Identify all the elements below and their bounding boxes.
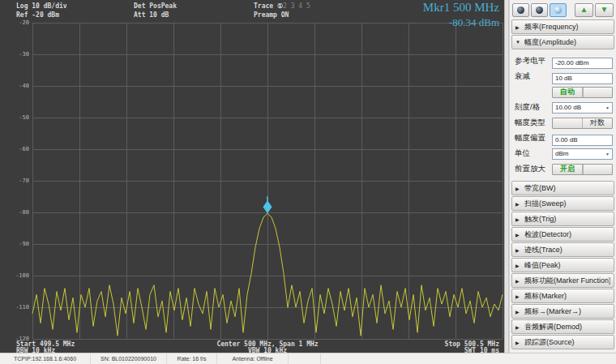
chevron-right-icon: ▶ [515,24,521,30]
status-bar: TCPIP:192.168.1.6:4060 SN: BL01022009001… [0,353,616,364]
y-axis-label: -110 [0,304,29,310]
preamp-readout: Preamp ON [254,11,289,19]
section-peak[interactable]: ▶ 峰值(Peak) [511,258,614,272]
chevron-right-icon: ▶ [515,309,521,315]
marker-readout: Mkr1 500 MHz -80.34 dBm [423,1,499,29]
amplitude-type-label: 幅度类型 [515,118,552,128]
detector-readout: Det PosPeak [134,2,177,10]
sphere-icon [554,6,562,14]
status-tcpip: TCPIP:192.168.1.6:4060 [0,353,91,364]
section-marker[interactable]: ▶ 频标(Marker) [511,289,614,303]
control-panel: ▲ ▼ ▶ 频率(Frequency) ▼ 幅度(Amplitude) 参考电平… [509,0,616,353]
panel-down-button[interactable]: ▼ [595,3,614,17]
y-axis-label: -40 [0,83,29,89]
chevron-right-icon: ▶ [515,263,521,268]
status-serial-number: SN: BL010220090010 [91,353,167,364]
y-axis-label: -80 [0,209,29,216]
amplitude-type-toggle[interactable]: 对数 [552,118,613,129]
chevron-right-icon: ▶ [515,232,521,238]
spectrum-display: Log 10 dB/div Ref -20 dBm Det PosPeak At… [0,0,504,353]
sphere-icon [517,6,524,14]
chevron-right-icon: ▶ [515,247,521,253]
status-empty-cell [321,353,616,364]
section-marker-to[interactable]: ▶ 频标→(Marker→) [511,304,614,319]
down-triangle-icon: ▼ [601,6,609,14]
section-trace[interactable]: ▶ 迹线(Trace) [511,242,614,257]
section-marker-function[interactable]: ▶ 频标功能(Marker Function) [511,273,614,288]
chevron-right-icon: ▶ [515,293,521,299]
chevron-right-icon: ▶ [515,324,521,330]
y-axis-label: -30 [0,51,29,58]
marker-amplitude: -80.34 dBm [423,16,499,29]
y-axis-label: -100 [0,272,29,279]
section-frequency[interactable]: ▶ 频率(Frequency) [511,19,614,34]
section-bandwidth[interactable]: ▶ 带宽(BW) [511,181,614,195]
attenuation-readout: Att 10 dB [134,11,169,19]
trace-inactive-numbers[interactable]: 2 3 4 5 [283,2,310,10]
status-empty-cell [289,353,321,364]
amplitude-section-body: 参考电平 衰减 自动 刻度/格 10.00 dB▼ 幅度类型 对数 幅度偏置 [510,50,616,180]
chevron-right-icon: ▶ [515,278,521,284]
chevron-right-icon: ▶ [515,340,521,345]
chevron-right-icon: ▶ [515,201,521,207]
section-demod[interactable]: ▶ 音频解调(Demod) [511,319,614,334]
log-scale-readout: Log 10 dB/div [16,2,67,10]
ref-level-label: 参考电平 [515,56,552,66]
chevron-right-icon: ▶ [515,216,521,222]
ref-level-readout: Ref -20 dBm [16,11,59,19]
spectrum-analyzer-app: Log 10 dB/div Ref -20 dBm Det PosPeak At… [0,0,616,364]
unit-label: 单位 [515,148,552,159]
unit-select[interactable]: dBm▼ [552,148,613,160]
up-triangle-icon: ▲ [580,6,588,14]
trace-selector-label: Trace [254,2,273,10]
amplitude-offset-input[interactable] [552,135,613,146]
attenuation-auto-toggle[interactable]: 自动 [552,87,613,98]
tool-button-1[interactable] [512,3,529,17]
panel-up-button[interactable]: ▲ [575,3,593,17]
y-axis-label: -120 [0,336,29,342]
y-axis-label: -60 [0,146,29,152]
section-trigger[interactable]: ▶ 触发(Trig) [511,212,614,226]
chevron-down-icon: ▼ [603,105,612,110]
y-axis-label: -20 [0,19,29,26]
y-axis-label: -70 [0,178,29,184]
tool-button-2[interactable] [531,3,548,17]
section-amplitude[interactable]: ▼ 幅度(Amplitude) [511,35,614,49]
y-axis-label: -90 [0,241,29,247]
sphere-icon [536,6,543,14]
ref-level-input[interactable] [552,58,613,69]
preamp-label: 前置放大 [515,164,552,174]
section-detector[interactable]: ▶ 检波(Detector) [511,227,614,242]
marker-frequency: Mkr1 500 MHz [423,1,499,15]
marker-diamond-icon[interactable] [263,200,272,213]
scale-per-div-select[interactable]: 10.00 dB▼ [552,102,613,113]
chevron-down-icon: ▼ [515,40,521,45]
chevron-down-icon: ▼ [603,152,612,156]
section-source[interactable]: ▶ 跟踪源(Source) [511,335,614,349]
trace-selector[interactable]: Trace ①2 3 4 5 [254,2,310,10]
spectrum-plot[interactable] [0,0,504,353]
amplitude-offset-label: 幅度偏置 [515,133,552,143]
panel-toolbar: ▲ ▼ [510,0,616,19]
attenuation-label: 衰减 [515,71,552,82]
chevron-right-icon: ▶ [515,186,521,191]
attenuation-input[interactable] [552,73,613,84]
tool-button-3-active[interactable] [550,3,567,17]
section-sweep[interactable]: ▶ 扫描(Sweep) [511,196,614,211]
log-scale-option[interactable]: 对数 [582,118,612,128]
status-antenna: Antenna: Offline [217,353,289,364]
status-rate: Rate: 16 f/s [167,353,217,364]
preamp-toggle[interactable]: 开启 [552,164,613,175]
y-axis-label: -50 [0,114,29,121]
scale-per-div-label: 刻度/格 [515,102,552,113]
preamp-on-option[interactable]: 开启 [553,165,583,174]
